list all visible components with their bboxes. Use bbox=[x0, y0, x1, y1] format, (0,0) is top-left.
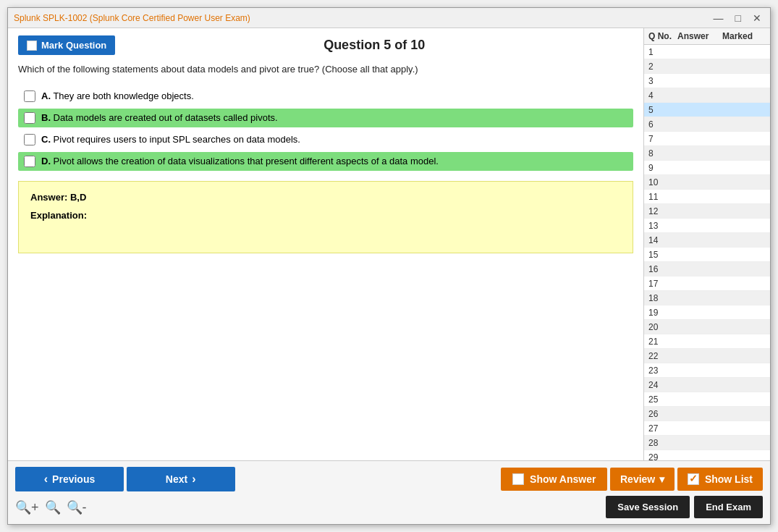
sidebar-row-num: 18 bbox=[648, 293, 677, 303]
options-list: A. They are both knowledge objects. B. D… bbox=[18, 87, 633, 171]
app-window: Splunk SPLK-1002 (Splunk Core Certified … bbox=[7, 7, 771, 525]
sidebar-row[interactable]: 22 bbox=[644, 349, 770, 363]
sidebar-row-num: 19 bbox=[648, 308, 677, 318]
sidebar-row-num: 6 bbox=[648, 119, 677, 130]
sidebar-row-num: 20 bbox=[648, 322, 677, 332]
option-c-text: C. Pivot requires users to input SPL sea… bbox=[41, 134, 300, 145]
close-button[interactable]: ✕ bbox=[750, 12, 764, 24]
sidebar-row-num: 8 bbox=[648, 148, 677, 159]
previous-label: Previous bbox=[52, 473, 95, 485]
sidebar-row-num: 29 bbox=[648, 452, 677, 461]
sidebar-row[interactable]: 1 bbox=[644, 45, 770, 59]
sidebar-row-num: 15 bbox=[648, 250, 677, 260]
prev-chevron-icon: ‹ bbox=[44, 473, 48, 486]
end-exam-button[interactable]: End Exam bbox=[694, 496, 763, 518]
sidebar-row[interactable]: 12 bbox=[644, 204, 770, 219]
sidebar-row-num: 21 bbox=[648, 337, 677, 347]
sidebar-row-num: 2 bbox=[648, 62, 677, 72]
sidebar-row[interactable]: 15 bbox=[644, 248, 770, 262]
sidebar-row[interactable]: 20 bbox=[644, 320, 770, 334]
sidebar-row[interactable]: 27 bbox=[644, 421, 770, 436]
sidebar-row-num: 5 bbox=[648, 105, 677, 115]
sidebar-row[interactable]: 26 bbox=[644, 407, 770, 421]
bottom-bar: ‹ Previous Next › Show Answer Review ▾ bbox=[8, 460, 770, 524]
sidebar-row[interactable]: 4 bbox=[644, 88, 770, 103]
previous-button[interactable]: ‹ Previous bbox=[15, 467, 124, 491]
sidebar-row-num: 4 bbox=[648, 90, 677, 101]
option-d-checkbox[interactable] bbox=[24, 156, 35, 167]
option-a-text: A. They are both knowledge objects. bbox=[41, 90, 194, 101]
explanation-line: Explanation: bbox=[30, 210, 621, 221]
sidebar-row[interactable]: 11 bbox=[644, 190, 770, 204]
mark-question-button[interactable]: Mark Question bbox=[18, 35, 115, 55]
sidebar-row[interactable]: 14 bbox=[644, 233, 770, 248]
sidebar-row[interactable]: 25 bbox=[644, 392, 770, 407]
sidebar-row[interactable]: 5 bbox=[644, 103, 770, 117]
answer-line: Answer: B,D bbox=[30, 192, 621, 203]
sidebar-row[interactable]: 17 bbox=[644, 276, 770, 291]
sidebar-row[interactable]: 3 bbox=[644, 74, 770, 88]
sidebar-row[interactable]: 24 bbox=[644, 378, 770, 392]
show-list-button[interactable]: Show List bbox=[677, 468, 763, 491]
sidebar-row-num: 13 bbox=[648, 221, 677, 231]
option-b: B. Data models are created out of datase… bbox=[18, 109, 633, 127]
content-area: Mark Question Question 5 of 10 Which of … bbox=[8, 28, 770, 460]
sidebar-row-num: 17 bbox=[648, 279, 677, 289]
sidebar-row-num: 11 bbox=[648, 192, 677, 202]
option-b-checkbox[interactable] bbox=[24, 112, 35, 124]
sidebar-row[interactable]: 29 bbox=[644, 450, 770, 460]
sidebar-row[interactable]: 18 bbox=[644, 291, 770, 305]
mark-checkbox-icon bbox=[27, 41, 37, 51]
next-label: Next bbox=[166, 473, 187, 485]
sidebar-row-num: 25 bbox=[648, 394, 677, 405]
sidebar-col-marked: Marked bbox=[722, 31, 766, 41]
main-panel: Mark Question Question 5 of 10 Which of … bbox=[8, 28, 643, 460]
review-button[interactable]: Review ▾ bbox=[610, 468, 675, 491]
zoom-out-button[interactable]: 🔍- bbox=[67, 499, 87, 515]
sidebar-row-num: 22 bbox=[648, 351, 677, 361]
sidebar-row-num: 12 bbox=[648, 206, 677, 216]
zoom-in-button[interactable]: 🔍+ bbox=[15, 499, 39, 515]
sidebar-row[interactable]: 28 bbox=[644, 436, 770, 450]
sidebar-row-num: 23 bbox=[648, 366, 677, 376]
sidebar-row-num: 3 bbox=[648, 76, 677, 86]
sidebar-row[interactable]: 8 bbox=[644, 146, 770, 161]
next-button[interactable]: Next › bbox=[127, 467, 235, 491]
sidebar-row-num: 9 bbox=[648, 163, 677, 173]
save-session-button[interactable]: Save Session bbox=[606, 496, 690, 518]
sidebar-col-answer: Answer bbox=[677, 31, 722, 41]
sidebar-row[interactable]: 16 bbox=[644, 262, 770, 276]
review-dropdown-icon: ▾ bbox=[659, 473, 664, 485]
show-answer-button[interactable]: Show Answer bbox=[501, 468, 607, 491]
sidebar-row-num: 7 bbox=[648, 134, 677, 144]
sidebar-row[interactable]: 21 bbox=[644, 334, 770, 349]
sidebar-col-qno: Q No. bbox=[648, 31, 677, 41]
sidebar-row[interactable]: 10 bbox=[644, 175, 770, 190]
option-a-checkbox[interactable] bbox=[24, 90, 35, 102]
sidebar-row-num: 14 bbox=[648, 235, 677, 245]
title-text: Splunk SPLK-1002 (Splunk Core Certified … bbox=[14, 13, 250, 23]
sidebar-row[interactable]: 23 bbox=[644, 363, 770, 378]
minimize-button[interactable]: — bbox=[711, 12, 727, 24]
sidebar-row[interactable]: 9 bbox=[644, 161, 770, 175]
zoom-controls: 🔍+ 🔍 🔍- bbox=[15, 499, 87, 515]
sidebar-row[interactable]: 19 bbox=[644, 305, 770, 320]
option-b-text: B. Data models are created out of datase… bbox=[41, 112, 278, 123]
zoom-reset-button[interactable]: 🔍 bbox=[45, 499, 61, 515]
next-chevron-icon: › bbox=[192, 473, 195, 486]
sidebar-row-num: 16 bbox=[648, 264, 677, 274]
sidebar-list[interactable]: 1 2 3 4 5 6 7 8 9 10 11 bbox=[644, 45, 770, 460]
option-d: D. Pivot allows the creation of data vis… bbox=[18, 152, 633, 171]
sidebar-row[interactable]: 2 bbox=[644, 59, 770, 74]
sidebar-row[interactable]: 7 bbox=[644, 132, 770, 146]
title-main: Splunk SPLK-1002 bbox=[14, 13, 90, 23]
show-list-label: Show List bbox=[705, 473, 753, 485]
maximize-button[interactable]: □ bbox=[732, 12, 744, 24]
option-d-text: D. Pivot allows the creation of data vis… bbox=[41, 156, 439, 166]
sidebar-row[interactable]: 6 bbox=[644, 117, 770, 132]
answer-box: Answer: B,D Explanation: bbox=[18, 181, 633, 253]
sidebar-row-num: 24 bbox=[648, 380, 677, 390]
question-text: Which of the following statements about … bbox=[18, 62, 633, 77]
option-c-checkbox[interactable] bbox=[24, 134, 35, 145]
sidebar-row[interactable]: 13 bbox=[644, 219, 770, 233]
